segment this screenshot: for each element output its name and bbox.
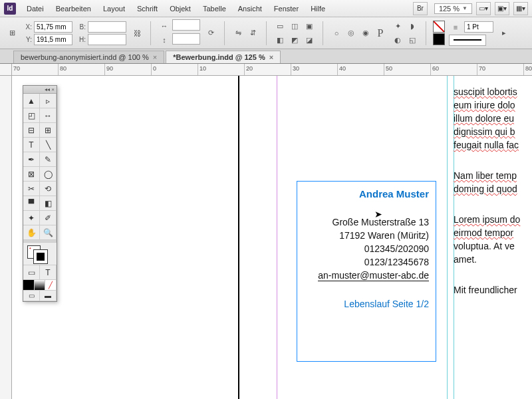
w-field[interactable] (88, 21, 126, 33)
zoom-value: 125 % (439, 5, 460, 13)
text-frame-contact[interactable]: Andrea Muster Große Musterstraße 13 1719… (297, 181, 436, 362)
rotate-icon[interactable]: ⟳ (204, 27, 217, 40)
content-placer-tool[interactable]: ⊞ (40, 123, 57, 138)
doctab-1-label: bewerbung-anonymisiert.indd @ 100 % (21, 53, 149, 61)
zoom-level-dropdown[interactable]: 125 %▼ (434, 3, 472, 14)
tools-panel[interactable]: ◂◂ × ▲ ▹ ◰ ↔ ⊟ ⊞ T ╲ ✒ ✎ ⊠ ◯ ✂ ⟲ ▀ ◧ ✦ ✐… (23, 85, 57, 302)
phone-1: 012345/202090 (304, 243, 429, 254)
name-heading: Andrea Muster (304, 188, 429, 200)
fill-frame-icon[interactable]: ◪ (303, 33, 316, 47)
page-indicator: Lebenslauf Seite 1/2 (304, 299, 429, 309)
apply-none-icon[interactable]: ╱ (45, 280, 57, 291)
wrap-bbox-icon[interactable]: ◎ (344, 27, 358, 40)
paragraph-style-icon[interactable]: P (374, 27, 387, 40)
normal-view-icon[interactable]: ▭ (23, 291, 40, 301)
address-line-2: 17192 Waren (Müritz) (304, 230, 429, 241)
bridge-button[interactable]: Br (413, 2, 428, 15)
menu-datei[interactable]: Datei (21, 3, 49, 15)
ruler-origin[interactable] (0, 64, 12, 76)
control-panel: ⊞ X: Y: B: H: ⛓ ↔ ↕ ⟳ ⇋ ⇵ ▭ ◫ ▣ ◧ ◩ ◪ ○ … (0, 17, 532, 49)
view-mode-button[interactable]: ▭▾ (476, 2, 491, 15)
gradient-swatch-tool[interactable]: ▀ (23, 196, 40, 211)
x-label: X: (23, 23, 32, 31)
fill-stroke-proxy[interactable] (23, 243, 57, 265)
h-field[interactable] (88, 34, 126, 45)
selection-tool[interactable]: ▲ (23, 94, 40, 108)
menu-layout[interactable]: Layout (98, 3, 130, 15)
scissors-tool[interactable]: ✂ (23, 182, 40, 196)
menu-fenster[interactable]: Fenster (269, 3, 304, 15)
menu-objekt[interactable]: Objekt (164, 3, 196, 15)
w-label: B: (76, 23, 86, 31)
doctab-1[interactable]: bewerbung-anonymisiert.indd @ 100 %× (13, 51, 164, 63)
address-line-1: Große Musterstraße 13 (304, 217, 429, 227)
page-tool[interactable]: ◰ (23, 108, 40, 123)
fill-swatch[interactable] (433, 21, 445, 33)
panel-grip[interactable]: ◂◂ × (23, 86, 57, 94)
apply-color-icon[interactable] (23, 280, 35, 291)
note-tool[interactable]: ✦ (23, 211, 40, 225)
stroke-proxy[interactable] (34, 250, 47, 263)
stroke-style-dropdown[interactable] (449, 35, 486, 46)
menu-bearbeiten[interactable]: Bearbeiten (51, 3, 96, 15)
scale-y-icon[interactable]: ↕ (158, 33, 171, 47)
constrain-icon[interactable]: ⛓ (130, 27, 144, 40)
zoom-tool[interactable]: 🔍 (40, 225, 57, 240)
drop-shadow-icon[interactable]: ◗ (406, 19, 419, 33)
menu-hilfe[interactable]: Hilfe (305, 3, 331, 15)
flip-h-icon[interactable]: ⇋ (231, 27, 245, 40)
eyedropper-tool[interactable]: ✐ (40, 211, 57, 225)
x-field[interactable] (34, 21, 72, 33)
corner-icon[interactable]: ◱ (406, 33, 419, 47)
arrange-button[interactable]: ▦▾ (513, 2, 528, 15)
menu-tabelle[interactable]: Tabelle (198, 3, 231, 15)
reference-point-icon[interactable]: ⊞ (5, 27, 19, 40)
margin-guide (277, 76, 277, 399)
wrap-none-icon[interactable]: ○ (330, 27, 343, 40)
gradient-feather-tool[interactable]: ◧ (40, 196, 57, 211)
type-tool[interactable]: T (23, 138, 40, 152)
formatting-text-icon[interactable]: T (40, 265, 57, 280)
transform-tool[interactable]: ⟲ (40, 182, 57, 196)
vertical-ruler[interactable] (0, 76, 12, 399)
fit-content-icon[interactable]: ▣ (303, 19, 316, 33)
opacity-icon[interactable]: ◐ (391, 33, 404, 47)
ellipse-tool[interactable]: ◯ (40, 167, 57, 182)
select-content-icon[interactable]: ◫ (288, 19, 301, 33)
wrap-shape-icon[interactable]: ◉ (359, 27, 372, 40)
direct-selection-tool[interactable]: ▹ (40, 94, 57, 108)
pencil-tool[interactable]: ✎ (40, 152, 57, 167)
y-field[interactable] (34, 34, 72, 45)
screen-mode-button[interactable]: ▣▾ (495, 2, 509, 15)
close-icon[interactable]: × (269, 53, 273, 61)
scale-y-field[interactable] (172, 33, 200, 45)
hand-tool[interactable]: ✋ (23, 225, 40, 240)
menu-schrift[interactable]: Schrift (132, 3, 163, 15)
menu-bar: Id Datei Bearbeiten Layout Schrift Objek… (0, 0, 532, 17)
line-tool[interactable]: ╲ (40, 138, 57, 152)
pen-tool[interactable]: ✒ (23, 152, 40, 167)
gap-tool[interactable]: ↔ (40, 108, 57, 123)
close-icon[interactable]: × (153, 53, 157, 61)
select-container-icon[interactable]: ▭ (273, 19, 287, 33)
stroke-swatch[interactable] (433, 33, 445, 45)
horizontal-ruler[interactable]: 70 80 90 0 10 20 30 40 50 60 70 80 (12, 64, 532, 76)
scale-x-icon[interactable]: ↔ (158, 19, 171, 33)
y-label: Y: (23, 36, 32, 43)
rectangle-frame-tool[interactable]: ⊠ (23, 167, 40, 182)
apply-gradient-icon[interactable] (35, 280, 46, 291)
content-collector-tool[interactable]: ⊟ (23, 123, 40, 138)
stroke-weight-field[interactable] (464, 21, 493, 33)
panel-menu-icon[interactable]: ▸ (497, 27, 511, 40)
doctab-2[interactable]: *Bewerbung.indd @ 125 %× (166, 51, 281, 63)
preview-view-icon[interactable]: ▬ (40, 291, 57, 301)
scale-x-field[interactable] (172, 19, 200, 31)
flip-v-icon[interactable]: ⇵ (246, 27, 259, 40)
effects-icon[interactable]: ✦ (391, 19, 404, 33)
menu-ansicht[interactable]: Ansicht (233, 3, 267, 15)
fit-frame-icon[interactable]: ◧ (273, 33, 287, 47)
chevron-down-icon: ▼ (462, 5, 467, 11)
document-canvas[interactable]: Andrea Muster Große Musterstraße 13 1719… (12, 76, 532, 399)
center-content-icon[interactable]: ◩ (288, 33, 301, 47)
formatting-container-icon[interactable]: ▭ (23, 265, 40, 280)
